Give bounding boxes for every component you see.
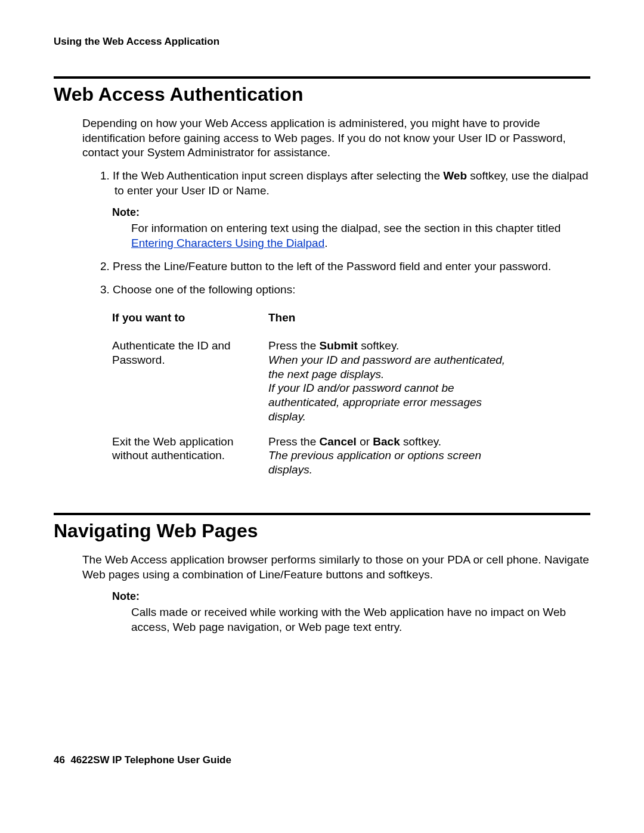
- table-row2-col2: Press the Cancel or Back softkey. The pr…: [268, 435, 522, 477]
- page-footer: 46 4622SW IP Telephone User Guide: [54, 754, 590, 766]
- table-header-ifyouwant: If you want to: [112, 311, 268, 328]
- table-header-then: Then: [268, 311, 522, 328]
- r1c2-bold: Submit: [320, 339, 358, 352]
- step-2: 2. Press the Line/Feature button to the …: [100, 259, 590, 274]
- note-body-2: Calls made or received while working wit…: [131, 605, 590, 634]
- r2c2-italic: The previous application or options scre…: [268, 449, 481, 476]
- note-post: .: [324, 237, 327, 249]
- link-entering-characters[interactable]: Entering Characters Using the Dialpad: [131, 237, 324, 249]
- intro-paragraph: Depending on how your Web Access applica…: [82, 116, 590, 160]
- page-number: 46: [54, 754, 65, 766]
- running-header: Using the Web Access Application: [54, 36, 590, 48]
- note-pre: For information on entering text using t…: [131, 222, 561, 234]
- r2c2-bold1: Cancel: [320, 435, 357, 448]
- r1c2-italic2: If your ID and/or password cannot be aut…: [268, 382, 482, 423]
- step-1: 1. If the Web Authentication input scree…: [100, 169, 590, 198]
- section-rule: [54, 76, 590, 79]
- note-label: Note:: [112, 590, 590, 603]
- table-row2-col1: Exit the Web application without authent…: [112, 435, 268, 477]
- footer-title: 4622SW IP Telephone User Guide: [70, 754, 231, 766]
- section-title-authentication: Web Access Authentication: [54, 83, 590, 106]
- step1-bold: Web: [443, 169, 467, 182]
- table-row1-col1: Authenticate the ID and Password.: [112, 339, 268, 424]
- r2c2-mid: or: [357, 435, 373, 448]
- section2-intro: The Web Access application browser perfo…: [82, 553, 590, 582]
- step-3: 3. Choose one of the following options:: [100, 283, 590, 298]
- r2c2-post: softkey.: [400, 435, 441, 448]
- note-body: For information on entering text using t…: [131, 221, 590, 250]
- r1c2-italic1: When your ID and password are authentica…: [268, 354, 505, 380]
- r2c2-pre: Press the: [268, 435, 320, 448]
- options-table: If you want to Then Authenticate the ID …: [112, 311, 590, 477]
- section-title-navigating: Navigating Web Pages: [54, 520, 590, 542]
- step1-pre: 1. If the Web Authentication input scree…: [100, 169, 443, 182]
- r1c2-post: softkey.: [358, 339, 399, 352]
- note-label: Note:: [112, 206, 590, 219]
- r1c2-pre: Press the: [268, 339, 320, 352]
- table-row1-col2: Press the Submit softkey. When your ID a…: [268, 339, 522, 424]
- r2c2-bold2: Back: [373, 435, 400, 448]
- section-rule: [54, 513, 590, 515]
